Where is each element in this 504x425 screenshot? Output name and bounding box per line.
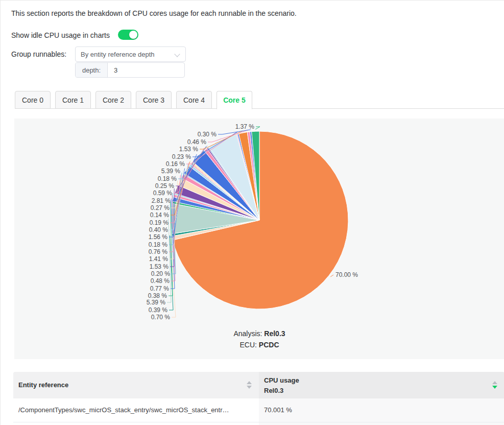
depth-label: depth: [76,63,108,77]
page: This section reports the breakdown of CP… [0,0,504,425]
analysis-line: Analysis: Rel0.3 [14,328,504,339]
pie-slice-label: 0.59 % [153,190,173,197]
pie-slice-label: 0.40 % [149,226,169,233]
pie-slice-label: 1.41 % [149,255,169,263]
pie-slice-label: 1.53 % [150,263,169,270]
group-runnables-label: Group runnables: [11,50,66,58]
pie-slice-label: 0.16 % [166,160,185,168]
tab-core-4[interactable]: Core 4 [176,91,212,109]
chevron-down-icon [174,51,180,57]
pie-chart-svg: 70.00 %0.70 %0.39 %5.39 %0.38 %0.77 %0.4… [14,119,504,359]
idle-toggle-label: Show idle CPU usage in charts [11,31,110,39]
pie-slice-label: 5.39 % [147,299,166,306]
idle-toggle-switch[interactable] [118,30,138,40]
pie-slice-label: 0.48 % [151,277,170,285]
label-leader-line [330,275,333,277]
next-row-partial [259,422,504,425]
sort-asc-icon [247,381,252,384]
section-description: This section reports the breakdown of CP… [11,9,297,17]
ecu-line: ECU: PCDC [14,339,504,350]
chart-panel: 70.00 %0.70 %0.39 %5.39 %0.38 %0.77 %0.4… [14,119,504,359]
pie-slice-label: 0.20 % [151,270,171,277]
pie-slice-label: 0.25 % [155,182,175,190]
sort-asc-icon [492,381,497,384]
pie-slice-label: 0.27 % [151,204,170,211]
pie-slice-label: 0.19 % [150,219,169,226]
pie-slice-label: 70.00 % [335,271,358,278]
pie-slice-label: 0.38 % [148,292,167,299]
cpu-usage-header-label: CPU usage [264,376,299,384]
pie-slice-label: 0.39 % [149,306,168,314]
group-select-value: By entity reference depth [76,51,155,58]
entity-reference-header-label: Entity reference [18,381,68,389]
pie-slice-label: 0.76 % [149,248,168,255]
pie-slice-label: 0.77 % [150,285,170,292]
toggle-knob-icon [129,31,137,39]
tab-core-3[interactable]: Core 3 [136,91,172,109]
header-cell-cpu-usage[interactable]: CPU usage Rel0.3 [259,372,504,398]
pie-slice-label: 1.56 % [149,233,168,241]
chart-footer: Analysis: Rel0.3 ECU: PCDC [14,328,504,350]
pie-slice-label: 0.18 % [158,175,177,182]
next-row-partial [13,422,259,425]
header-cell-entity-reference[interactable]: Entity reference [13,372,259,398]
pie-slice-label: 5.39 % [161,168,181,175]
sort-desc-icon [247,386,252,389]
tab-core-5[interactable]: Core 5 [217,91,252,109]
pie-slice-label: 0.18 % [149,241,168,248]
sort-icons [247,381,252,390]
table-row-cpu-cell: 70.001 % [259,398,504,422]
pie-slice-label: 1.53 % [179,146,199,153]
tab-core-2[interactable]: Core 2 [95,91,131,109]
pie-slice-label: 0.46 % [187,138,207,146]
tab-core-1[interactable]: Core 1 [55,91,91,109]
pie-slice-label: 0.14 % [150,211,170,219]
core-tabs: Core 0Core 1Core 2Core 3Core 4Core 5 [15,91,252,109]
pie-slice-label: 0.23 % [172,153,191,160]
group-runnables-select[interactable]: By entity reference depth [75,46,186,62]
pie-slice-label: 0.30 % [198,131,217,138]
cpu-usage-header-subtitle: Rel0.3 [264,387,283,394]
depth-input-group: depth: 3 [75,62,185,78]
cpu-usage-value: 70.001 % [264,406,292,414]
pie-slice-label: 1.37 % [235,123,255,130]
label-leader-line [255,127,260,129]
sort-desc-icon-active [492,386,497,389]
tab-core-0[interactable]: Core 0 [15,91,51,109]
pie-slice-label: 2.81 % [152,197,171,204]
table-row-entity-cell: /ComponentTypes/swc_micrOS_stack_entry/s… [13,398,259,422]
pie-slice-label: 0.70 % [151,314,171,321]
depth-input[interactable]: 3 [108,63,184,77]
sort-icons [492,381,497,390]
entity-reference-value: /ComponentTypes/swc_micrOS_stack_entry/s… [18,406,229,414]
